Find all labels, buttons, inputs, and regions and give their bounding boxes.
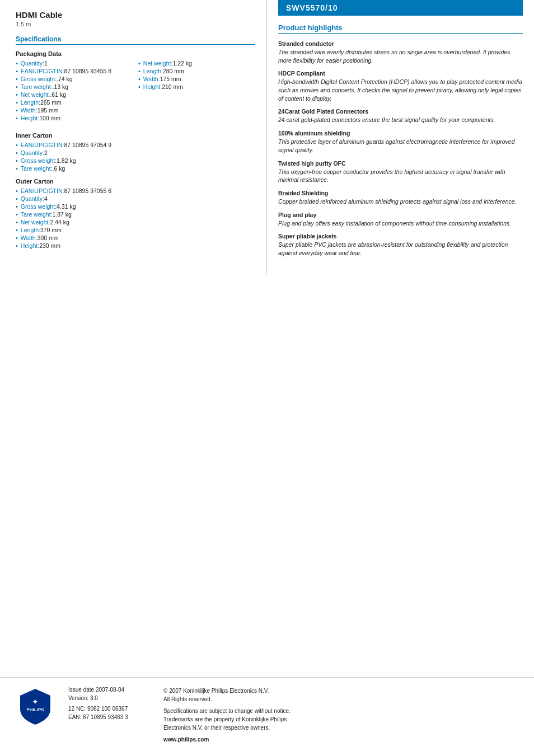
highlight-desc-4: This oxygen-free copper conductor provid… xyxy=(278,168,523,184)
highlight-title-2: 24Carat Gold Plated Connectors xyxy=(278,108,523,115)
inner-ean: EAN/UPC/GTIN: 87 10895 97054 9 xyxy=(16,141,255,149)
highlight-desc-6: Plug and play offers easy installation o… xyxy=(278,219,523,228)
footer-copyright: © 2007 Koninklijke Philips Electronics N… xyxy=(163,687,518,703)
outer-length: Length: 370 mm xyxy=(16,226,255,234)
highlight-braided-shielding: Braided Shielding Copper braided reinfor… xyxy=(278,190,523,206)
highlight-title-0: Stranded conductor xyxy=(278,40,523,47)
inner-qty: Quantity: 2 xyxy=(16,149,255,157)
footer: PHILIPS ✦ Issue date 2007-08-04 Version:… xyxy=(0,677,534,756)
highlights-heading: Product highlights xyxy=(278,24,523,34)
packaging-item-length: Length: 265 mm xyxy=(16,98,133,106)
outer-qty: Quantity: 4 xyxy=(16,195,255,203)
footer-specs-notice: Specifications are subject to change wit… xyxy=(163,707,518,732)
outer-gross: Gross weight: 4.31 kg xyxy=(16,203,255,210)
inner-tare: Tare weight: .6 kg xyxy=(16,165,255,172)
inner-carton-list: EAN/UPC/GTIN: 87 10895 97054 9 Quantity:… xyxy=(16,141,255,172)
highlight-gold-connectors: 24Carat Gold Plated Connectors 24 carat … xyxy=(278,108,523,124)
highlight-title-5: Braided Shielding xyxy=(278,190,523,196)
ean-number: EAN: 87 10895 93463 3 xyxy=(68,714,147,720)
highlight-desc-1: High-bandwidth Digital Content Protectio… xyxy=(278,78,523,102)
highlight-desc-7: Super pliable PVC jackets are abrasion-r… xyxy=(278,241,523,257)
outer-carton-heading: Outer Carton xyxy=(16,178,255,185)
packaging-item-tare: Tare weight: .13 kg xyxy=(16,83,133,91)
packaging-item-quantity: Quantity: 1 xyxy=(16,59,133,67)
product-subtitle: 1.5 m xyxy=(16,21,255,27)
packaging-col1: Quantity: 1 EAN/UPC/GTIN: 87 10895 93455… xyxy=(16,59,133,126)
pkg2-net: Net weight: 1.22 kg xyxy=(138,59,255,67)
specifications-heading: Specifications xyxy=(16,35,255,45)
highlight-ofc: Twisted high purity OFC This oxygen-free… xyxy=(278,160,523,184)
pkg2-length: Length: 280 mm xyxy=(138,67,255,75)
highlight-stranded-conductor: Stranded conductor The stranded wire eve… xyxy=(278,40,523,64)
highlight-title-7: Super pliable jackets xyxy=(278,233,523,240)
packaging-item-ean: EAN/UPC/GTIN: 87 10895 93455 8 xyxy=(16,67,133,75)
outer-width: Width: 300 mm xyxy=(16,234,255,242)
highlight-desc-5: Copper braided reinforced aluminum shiel… xyxy=(278,198,523,206)
highlight-desc-3: This protective layer of aluminum guards… xyxy=(278,138,523,154)
pkg2-height: Height: 210 mm xyxy=(138,83,255,91)
highlight-title-6: Plug and play xyxy=(278,212,523,218)
footer-meta: Issue date 2007-08-04 Version: 3.0 12 NC… xyxy=(68,687,518,747)
packaging-item-width: Width: 195 mm xyxy=(16,106,133,114)
svg-text:PHILIPS: PHILIPS xyxy=(26,707,44,712)
packaging-item-net: Net weight: .61 kg xyxy=(16,91,133,98)
highlight-plug-play: Plug and play Plug and play offers easy … xyxy=(278,212,523,228)
nc-number: 12 NC: 9082 100 06367 xyxy=(68,706,147,712)
highlight-pliable-jackets: Super pliable jackets Super pliable PVC … xyxy=(278,233,523,257)
outer-tare: Tare weight: 1.87 kg xyxy=(16,210,255,218)
model-banner: SWV5570/10 xyxy=(278,0,523,16)
highlight-aluminum-shielding: 100% aluminum shielding This protective … xyxy=(278,130,523,154)
packaging-specs: Quantity: 1 EAN/UPC/GTIN: 87 10895 93455… xyxy=(16,59,255,126)
right-column: SWV5570/10 Product highlights Stranded c… xyxy=(267,0,534,274)
highlight-desc-2: 24 carat gold-plated connectors ensure t… xyxy=(278,116,523,124)
highlight-desc-0: The stranded wire evenly distributes str… xyxy=(278,48,523,64)
left-column: HDMI Cable 1.5 m Specifications Packagin… xyxy=(0,0,267,274)
outer-net: Net weight: 2.44 kg xyxy=(16,218,255,226)
inner-carton-heading: Inner Carton xyxy=(16,132,255,139)
website-url: www.philips.com xyxy=(163,736,209,743)
packaging-list-1: Quantity: 1 EAN/UPC/GTIN: 87 10895 93455… xyxy=(16,59,133,122)
packaging-list-2: Net weight: 1.22 kg Length: 280 mm Width… xyxy=(138,59,255,91)
inner-gross: Gross weight: 1.82 kg xyxy=(16,157,255,165)
philips-logo: PHILIPS ✦ xyxy=(16,687,55,727)
packaging-item-gross: Gross weight: .74 kg xyxy=(16,75,133,83)
svg-text:✦: ✦ xyxy=(32,697,39,706)
issue-date: Issue date 2007-08-04 xyxy=(68,687,147,693)
packaging-heading: Packaging Data xyxy=(16,50,255,57)
footer-right: © 2007 Koninklijke Philips Electronics N… xyxy=(163,687,518,747)
outer-height: Height: 230 mm xyxy=(16,242,255,250)
version: Version: 3.0 xyxy=(68,695,147,701)
packaging-item-height: Height: 100 mm xyxy=(16,114,133,122)
outer-carton-list: EAN/UPC/GTIN: 87 10895 97055 6 Quantity:… xyxy=(16,187,255,250)
footer-ids: 12 NC: 9082 100 06367 EAN: 87 10895 9346… xyxy=(68,706,147,720)
packaging-col2: Net weight: 1.22 kg Length: 280 mm Width… xyxy=(138,59,255,126)
highlight-title-3: 100% aluminum shielding xyxy=(278,130,523,137)
top-section: HDMI Cable 1.5 m Specifications Packagin… xyxy=(0,0,534,274)
product-title: HDMI Cable xyxy=(16,10,255,20)
highlight-title-4: Twisted high purity OFC xyxy=(278,160,523,167)
footer-left: Issue date 2007-08-04 Version: 3.0 12 NC… xyxy=(68,687,147,722)
highlight-title-1: HDCP Compliant xyxy=(278,70,523,77)
highlight-hdcp: HDCP Compliant High-bandwidth Digital Co… xyxy=(278,70,523,102)
page-wrapper: HDMI Cable 1.5 m Specifications Packagin… xyxy=(0,0,534,756)
outer-ean: EAN/UPC/GTIN: 87 10895 97055 6 xyxy=(16,187,255,195)
pkg2-width: Width: 175 mm xyxy=(138,75,255,83)
footer-website: www.philips.com xyxy=(163,735,518,744)
